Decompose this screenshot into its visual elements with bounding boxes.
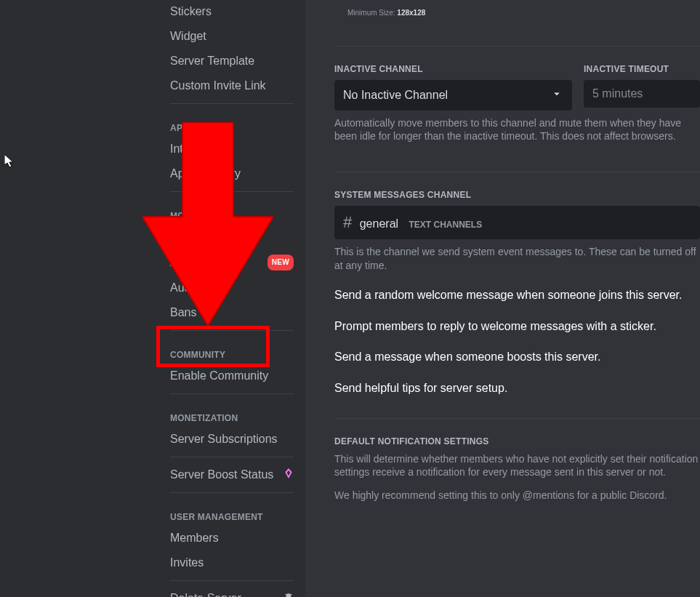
sidebar-header-user-management: USER MANAGEMENT bbox=[163, 499, 301, 526]
sidebar-item-enable-community[interactable]: Enable Community bbox=[163, 364, 301, 388]
new-badge: NEW bbox=[267, 255, 294, 271]
sidebar-header-moderation: MODERATION bbox=[163, 198, 301, 225]
divider bbox=[170, 492, 294, 493]
divider bbox=[334, 418, 700, 419]
trash-icon bbox=[283, 591, 294, 597]
settings-sidebar: Stickers Widget Server Template Custom I… bbox=[148, 0, 305, 597]
divider bbox=[334, 172, 700, 172]
sidebar-item-server-subscriptions[interactable]: Server Subscriptions bbox=[163, 428, 301, 451]
notification-help-2: We highly recommend setting this to only… bbox=[334, 489, 700, 502]
system-messages-label: SYSTEM MESSAGES CHANNEL bbox=[334, 190, 700, 200]
inactive-channel-select[interactable]: No Inactive Channel bbox=[334, 80, 572, 111]
divider bbox=[170, 330, 294, 331]
hash-icon: # bbox=[343, 213, 352, 231]
inactive-channel-label: INACTIVE CHANNEL bbox=[334, 64, 572, 74]
sidebar-item-invites[interactable]: Invites bbox=[163, 551, 301, 574]
notification-settings-label: DEFAULT NOTIFICATION SETTINGS bbox=[334, 436, 700, 446]
sidebar-item-members[interactable]: Members bbox=[163, 526, 301, 550]
toggle-welcome-message[interactable]: Send a random welcome message when someo… bbox=[334, 288, 700, 303]
divider bbox=[170, 457, 294, 457]
notification-help-1: This will determine whether members who … bbox=[334, 452, 700, 478]
inactive-timeout-label: INACTIVE TIMEOUT bbox=[584, 64, 700, 74]
divider bbox=[334, 46, 700, 47]
divider bbox=[170, 580, 294, 581]
inactive-help-text: Automatically move members to this chann… bbox=[334, 116, 700, 143]
system-help-text: This is the channel we send system event… bbox=[334, 245, 700, 271]
sidebar-header-monetization: MONETIZATION bbox=[163, 400, 301, 428]
sidebar-header-community: COMMUNITY bbox=[163, 337, 301, 364]
sidebar-item-app-directory[interactable]: App Directory bbox=[163, 162, 301, 185]
boost-icon bbox=[283, 468, 294, 482]
inactive-timeout-select[interactable]: 5 minutes bbox=[584, 80, 700, 108]
sidebar-item-delete-server[interactable]: Delete Server bbox=[163, 587, 301, 597]
sidebar-item-stickers[interactable]: Stickers bbox=[163, 0, 301, 23]
system-channel-select[interactable]: # general TEXT CHANNELS bbox=[334, 206, 700, 239]
sidebar-item-custom-invite[interactable]: Custom Invite Link bbox=[163, 74, 301, 97]
toggle-sticker-reply[interactable]: Prompt members to reply to welcome messa… bbox=[334, 319, 700, 334]
sidebar-item-automod[interactable]: AutoMod NEW bbox=[163, 250, 301, 275]
divider bbox=[170, 103, 294, 104]
divider bbox=[170, 393, 294, 394]
sidebar-header-apps: APPS bbox=[163, 110, 301, 137]
min-size-label: Minimum Size: 128x128 bbox=[347, 9, 700, 17]
toggle-setup-tips[interactable]: Send helpful tips for server setup. bbox=[334, 381, 700, 396]
sidebar-item-audit-log[interactable]: Audit Log bbox=[163, 276, 301, 300]
toggle-boost-message[interactable]: Send a message when someone boosts this … bbox=[334, 350, 700, 365]
divider bbox=[170, 191, 294, 192]
chevron-down-icon bbox=[550, 87, 563, 103]
sidebar-item-integrations[interactable]: Integrations bbox=[163, 137, 301, 161]
sidebar-item-widget[interactable]: Widget bbox=[163, 25, 301, 48]
settings-content: Minimum Size: 128x128 INACTIVE CHANNEL N… bbox=[305, 0, 700, 597]
sidebar-item-safety-setup[interactable]: Safety Setup bbox=[163, 225, 301, 249]
sidebar-item-bans[interactable]: Bans bbox=[163, 301, 301, 324]
sidebar-item-server-boost[interactable]: Server Boost Status bbox=[163, 463, 301, 486]
sidebar-item-server-template[interactable]: Server Template bbox=[163, 49, 301, 73]
